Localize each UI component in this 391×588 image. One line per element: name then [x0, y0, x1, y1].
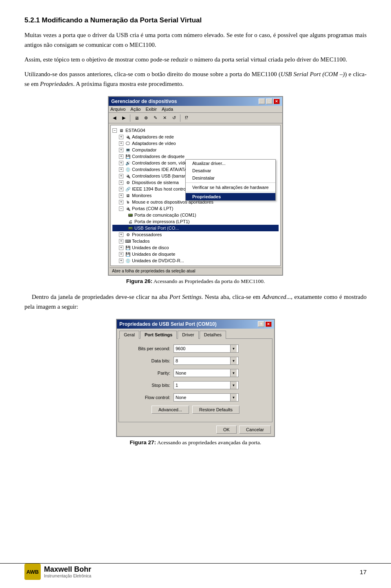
minimize-button[interactable]: _	[259, 99, 265, 104]
props-action-buttons: Advanced... Restore Defaults	[125, 406, 266, 414]
paragraph-4: Dentro da janela de propriedades deve-se…	[24, 292, 367, 312]
context-menu-verificar[interactable]: Verificar se há alterações de hardware	[186, 184, 275, 191]
device-manager-window: Gerenciador de dispositivos _ □ ✕ Arquiv…	[108, 96, 283, 276]
figure-27-caption: Figura 27: Acessando as propriedades ava…	[130, 439, 261, 446]
tree-item: + 💿 Unidades de DVD/CD-R...	[112, 257, 279, 264]
props-close-button[interactable]: ✕	[265, 321, 272, 327]
logo-badge: AWB	[24, 564, 41, 580]
tab-detalhes[interactable]: Detalhes	[200, 331, 226, 339]
props-title: Propriedades de USB Serial Port (COM10)	[119, 321, 217, 327]
properties-window: Propriedades de USB Serial Port (COM10) …	[116, 319, 275, 437]
tree-item: + 💾 Controladores de disquete	[112, 153, 279, 160]
paragraph-1: Muitas vezes a porta que o driver da USB…	[24, 30, 367, 50]
props-ok-cancel: OK Cancelar	[117, 424, 274, 436]
tree-item: + 💾 Unidades de disco	[112, 244, 279, 251]
label-bits-per-second: Bits per second:	[125, 346, 174, 351]
logo-text: Maxwell Bohr Instrumentação Eletrônica	[44, 565, 91, 578]
expand-btn[interactable]: +	[119, 135, 123, 139]
tree-item: + 🖵 Adaptadores de vídeo	[112, 140, 279, 147]
context-menu-desinstalar[interactable]: Desinstalar	[186, 174, 275, 182]
menu-ajuda[interactable]: Ajuda	[162, 107, 173, 112]
context-menu-propriedades[interactable]: Propriedades	[186, 193, 275, 200]
toolbar-btn-2[interactable]: ▶	[120, 114, 128, 122]
section-title: 5.2.1 Modificando a Numeração da Porta S…	[24, 16, 367, 24]
tree-item-portas: − 🔌 Portas (COM & LPT)	[112, 205, 279, 212]
close-button[interactable]: ✕	[273, 99, 280, 104]
select-arrow-fc: ▼	[230, 394, 237, 401]
devmgr-toolbar: ◀ ▶ 🖥 ⊕ ✎ ✕ ↺ ⁉	[109, 113, 282, 123]
paragraph-3: Utilizando-se dos passos anteriores, cli…	[24, 69, 367, 89]
context-menu-sep1	[186, 182, 275, 183]
company-name: Maxwell Bohr	[44, 565, 91, 574]
devmgr-statusbar: Abre a folha de propriedades da seleção …	[110, 268, 281, 274]
tab-geral[interactable]: Geral	[119, 331, 139, 339]
props-titlebar: Propriedades de USB Serial Port (COM10) …	[117, 320, 274, 329]
tree-item: + ⌨ Teclados	[112, 238, 279, 244]
tree-item: + 💾 Unidades de disquete	[112, 251, 279, 257]
select-arrow-db: ▼	[230, 357, 237, 364]
restore-defaults-button[interactable]: Restore Defaults	[192, 406, 239, 414]
devmgr-title: Gerenciador de dispositivos	[111, 99, 177, 104]
tab-driver[interactable]: Driver	[178, 331, 198, 339]
figure-27-container: Propriedades de USB Serial Port (COM10) …	[24, 319, 367, 446]
footer-logo: AWB Maxwell Bohr Instrumentação Eletrôni…	[24, 564, 91, 580]
advanced-button[interactable]: Advanced...	[152, 406, 189, 414]
tree-item: + 🔌 Adaptadores de rede	[112, 134, 279, 140]
expand-root[interactable]: −	[112, 128, 117, 133]
context-menu: Atualizar driver... Desativar Desinstala…	[185, 159, 276, 201]
tree-item-lpt1: 🖨 Porta de impressora (LPT1)	[112, 218, 279, 225]
tab-port-settings[interactable]: Port Settings	[140, 331, 177, 339]
toolbar-btn-6[interactable]: ✕	[160, 114, 169, 122]
select-stop-bits[interactable]: 1 ▼	[174, 381, 239, 389]
toolbar-btn-3[interactable]: 🖥	[132, 114, 141, 122]
tree-item: + ⚙ Processadores	[112, 231, 279, 238]
select-arrow-bps: ▼	[230, 345, 237, 352]
titlebar-buttons: _ □ ✕	[259, 99, 280, 104]
menu-arquivo[interactable]: Arquivo	[110, 107, 125, 112]
toolbar-btn-5[interactable]: ✎	[151, 114, 159, 122]
label-flow-control: Flow control:	[125, 395, 174, 400]
field-flow-control: Flow control: None ▼	[125, 393, 266, 402]
select-bits-per-second[interactable]: 9600 ▼	[174, 344, 239, 353]
menu-exibir[interactable]: Exibir	[145, 107, 157, 112]
field-parity: Parity: None ▼	[125, 369, 266, 377]
props-help-button[interactable]: ?	[258, 321, 264, 327]
devmgr-tree: − 🖥 ESTAG04 + 🔌 Adaptadores de rede + 🖵 …	[110, 125, 281, 266]
page-footer: AWB Maxwell Bohr Instrumentação Eletrôni…	[0, 563, 391, 580]
context-menu-sep2	[186, 192, 275, 192]
tree-item-com1: 📟 Porta de comunicação (COM1)	[112, 212, 279, 218]
figure-26-container: Gerenciador de dispositivos _ □ ✕ Arquiv…	[24, 96, 367, 285]
context-menu-atualizar[interactable]: Atualizar driver...	[186, 160, 275, 167]
toolbar-btn-1[interactable]: ◀	[110, 114, 119, 122]
ok-button[interactable]: OK	[216, 426, 237, 434]
field-stop-bits: Stop bits: 1 ▼	[125, 381, 266, 389]
select-arrow-parity: ▼	[230, 369, 237, 377]
computer-icon: 🖥	[118, 127, 125, 133]
company-subtitle: Instrumentação Eletrônica	[44, 574, 91, 578]
label-data-bits: Data bits:	[125, 358, 174, 363]
tree-item-usb-serial[interactable]: 📟 USB Serial Port (CO...	[112, 225, 279, 231]
select-parity[interactable]: None ▼	[174, 369, 239, 377]
select-data-bits[interactable]: 8 ▼	[174, 357, 239, 365]
field-bits-per-second: Bits per second: 9600 ▼	[125, 344, 266, 353]
toolbar-btn-7[interactable]: ↺	[170, 114, 178, 122]
select-arrow-sb: ▼	[230, 382, 237, 389]
label-parity: Parity:	[125, 371, 174, 375]
label-stop-bits: Stop bits:	[125, 383, 174, 388]
page-number: 17	[360, 568, 367, 575]
cancel-button[interactable]: Cancelar	[239, 426, 271, 434]
toolbar-btn-8[interactable]: ⁉	[182, 114, 191, 122]
toolbar-btn-4[interactable]: ⊕	[142, 114, 150, 122]
figure-26-caption: Figura 26: Acessando as Propriedades da …	[126, 278, 265, 285]
props-tabs: Geral Port Settings Driver Detalhes	[117, 329, 274, 338]
tree-root: − 🖥 ESTAG04	[112, 127, 279, 134]
select-flow-control[interactable]: None ▼	[174, 393, 239, 402]
menu-acao[interactable]: Ação	[130, 107, 141, 112]
maximize-button[interactable]: □	[266, 99, 272, 104]
paragraph-2: Assim, este tópico tem o objetivo de mos…	[24, 55, 367, 64]
props-tab-content: Bits per second: 9600 ▼ Data bits: 8 ▼	[119, 338, 272, 422]
devmgr-menubar: Arquivo Ação Exibir Ajuda	[109, 106, 282, 113]
tree-item: + 💻 Computador	[112, 147, 279, 153]
devmgr-titlebar: Gerenciador de dispositivos _ □ ✕	[109, 97, 282, 106]
context-menu-desativar[interactable]: Desativar	[186, 167, 275, 174]
